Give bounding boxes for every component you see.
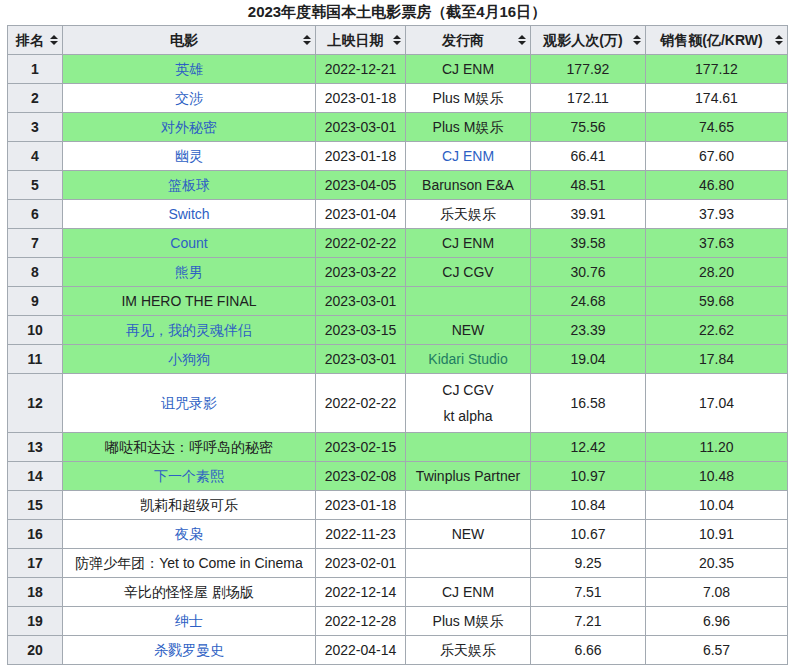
distributor-link[interactable]: CJ ENM <box>410 145 526 167</box>
sort-arrows-icon <box>518 35 526 45</box>
column-header[interactable]: 发行商 <box>406 26 531 55</box>
distributor-link[interactable]: Kidari Studio <box>410 348 526 370</box>
release-date-cell: 2022-02-22 <box>316 374 406 433</box>
release-date-cell: 2022-12-28 <box>316 607 406 636</box>
movie-cell: 夜枭 <box>63 520 316 549</box>
table-row: 19绅士2022-12-28Plus M娱乐7.216.96 <box>8 607 788 636</box>
movie-link[interactable]: 下一个素熙 <box>154 468 224 484</box>
distributor-cell: 乐天娱乐 <box>406 636 531 665</box>
column-header[interactable]: 销售额(亿/KRW) <box>646 26 788 55</box>
distributor-name: NEW <box>410 523 526 545</box>
rank-cell: 4 <box>8 142 63 171</box>
rank-cell: 1 <box>8 55 63 84</box>
rank-cell: 2 <box>8 84 63 113</box>
audience-cell: 7.21 <box>531 607 646 636</box>
column-header[interactable]: 电影 <box>63 26 316 55</box>
release-date-cell: 2023-04-05 <box>316 171 406 200</box>
movie-link[interactable]: 夜枭 <box>175 526 203 542</box>
sales-cell: 37.93 <box>646 200 788 229</box>
movie-link[interactable]: 对外秘密 <box>161 119 217 135</box>
distributor-cell: CJ ENM <box>406 578 531 607</box>
column-header[interactable]: 观影人次(万) <box>531 26 646 55</box>
movie-title: IM HERO THE FINAL <box>121 293 256 309</box>
movie-title: 嘟哒和达达：呼呼岛的秘密 <box>105 439 273 455</box>
sales-cell: 74.65 <box>646 113 788 142</box>
rank-cell: 11 <box>8 345 63 374</box>
sales-cell: 37.63 <box>646 229 788 258</box>
movie-link[interactable]: 英雄 <box>175 61 203 77</box>
column-header-label: 观影人次(万) <box>543 32 622 48</box>
movie-link[interactable]: 绅士 <box>175 613 203 629</box>
sales-cell: 177.12 <box>646 55 788 84</box>
movie-link[interactable]: 幽灵 <box>175 148 203 164</box>
column-header-label: 上映日期 <box>328 32 384 48</box>
movie-link[interactable]: 小狗狗 <box>168 351 210 367</box>
movie-title: 防弹少年团：Yet to Come in Cinema <box>75 555 302 571</box>
movie-link[interactable]: 篮板球 <box>168 177 210 193</box>
table-row: 18辛比的怪怪屋 剧场版2022-12-14CJ ENM7.517.08 <box>8 578 788 607</box>
audience-cell: 6.66 <box>531 636 646 665</box>
rank-cell: 10 <box>8 316 63 345</box>
audience-cell: 66.41 <box>531 142 646 171</box>
distributor-cell: CJ ENM <box>406 229 531 258</box>
distributor-cell: Kidari Studio <box>406 345 531 374</box>
movie-cell: 再见，我的灵魂伴侣 <box>63 316 316 345</box>
rank-cell: 8 <box>8 258 63 287</box>
sort-arrows-icon <box>303 35 311 45</box>
sort-arrows-icon <box>50 35 58 45</box>
release-date-cell: 2022-04-14 <box>316 636 406 665</box>
sort-arrows-icon <box>393 35 401 45</box>
movie-link[interactable]: 杀戮罗曼史 <box>154 642 224 658</box>
release-date-cell: 2023-02-01 <box>316 549 406 578</box>
movie-link[interactable]: 交涉 <box>175 90 203 106</box>
distributor-name: Barunson E&A <box>410 174 526 196</box>
distributor-name: Twinplus Partner <box>410 465 526 487</box>
distributor-name: Plus M娱乐 <box>410 610 526 632</box>
rank-cell: 20 <box>8 636 63 665</box>
movie-cell: Switch <box>63 200 316 229</box>
movie-link[interactable]: Count <box>170 235 207 251</box>
table-row: 2交涉2023-01-18Plus M娱乐172.11174.61 <box>8 84 788 113</box>
table-row: 12诅咒录影2022-02-22CJ CGVkt alpha16.5817.04 <box>8 374 788 433</box>
release-date-cell: 2022-02-22 <box>316 229 406 258</box>
distributor-cell <box>406 491 531 520</box>
movie-link[interactable]: Switch <box>168 206 209 222</box>
rank-cell: 5 <box>8 171 63 200</box>
sales-cell: 28.20 <box>646 258 788 287</box>
movie-link[interactable]: 再见，我的灵魂伴侣 <box>126 322 252 338</box>
sales-cell: 7.08 <box>646 578 788 607</box>
movie-cell: IM HERO THE FINAL <box>63 287 316 316</box>
distributor-name: Plus M娱乐 <box>410 116 526 138</box>
distributor-name: CJ CGV <box>410 261 526 283</box>
movie-cell: 幽灵 <box>63 142 316 171</box>
audience-cell: 10.97 <box>531 462 646 491</box>
movie-link[interactable]: 熊男 <box>175 264 203 280</box>
rank-cell: 19 <box>8 607 63 636</box>
release-date-cell: 2022-12-21 <box>316 55 406 84</box>
rank-cell: 16 <box>8 520 63 549</box>
distributor-cell: Plus M娱乐 <box>406 113 531 142</box>
column-header[interactable]: 排名 <box>8 26 63 55</box>
release-date-cell: 2023-01-18 <box>316 491 406 520</box>
distributor-name: CJ ENM <box>410 58 526 80</box>
distributor-cell: NEW <box>406 316 531 345</box>
sales-cell: 59.68 <box>646 287 788 316</box>
movie-cell: 熊男 <box>63 258 316 287</box>
distributor-cell: Plus M娱乐 <box>406 84 531 113</box>
column-header[interactable]: 上映日期 <box>316 26 406 55</box>
movie-link[interactable]: 诅咒录影 <box>161 395 217 411</box>
header-row: 排名电影上映日期发行商观影人次(万)销售额(亿/KRW) <box>8 26 788 55</box>
sales-cell: 20.35 <box>646 549 788 578</box>
sort-arrows-icon <box>633 35 641 45</box>
distributor-cell: Twinplus Partner <box>406 462 531 491</box>
sales-cell: 11.20 <box>646 433 788 462</box>
column-header-label: 发行商 <box>442 32 484 48</box>
release-date-cell: 2023-03-22 <box>316 258 406 287</box>
table-body: 1英雄2022-12-21CJ ENM177.92177.122交涉2023-0… <box>8 55 788 665</box>
distributor-name: Plus M娱乐 <box>410 87 526 109</box>
audience-cell: 19.04 <box>531 345 646 374</box>
audience-cell: 10.84 <box>531 491 646 520</box>
release-date-cell: 2022-11-23 <box>316 520 406 549</box>
release-date-cell: 2023-03-01 <box>316 287 406 316</box>
sales-cell: 10.91 <box>646 520 788 549</box>
